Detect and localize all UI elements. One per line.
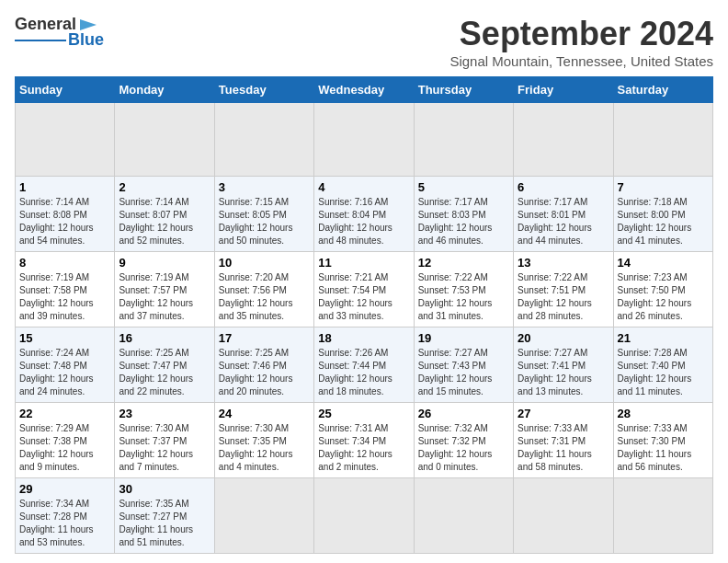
calendar-week-5: 22 Sunrise: 7:29 AM Sunset: 7:38 PM Dayl… (16, 403, 713, 478)
day-number: 13 (518, 256, 609, 270)
calendar-cell (514, 103, 613, 177)
calendar-cell: 22 Sunrise: 7:29 AM Sunset: 7:38 PM Dayl… (16, 403, 115, 478)
day-number: 27 (518, 407, 609, 420)
calendar-cell: 7 Sunrise: 7:18 AM Sunset: 8:00 PM Dayli… (613, 177, 712, 252)
day-info: Sunrise: 7:14 AM Sunset: 8:08 PM Dayligh… (19, 196, 110, 247)
calendar-cell: 13 Sunrise: 7:22 AM Sunset: 7:51 PM Dayl… (514, 252, 613, 327)
day-number: 3 (219, 180, 310, 194)
calendar-cell: 28 Sunrise: 7:33 AM Sunset: 7:30 PM Dayl… (613, 403, 712, 478)
calendar-cell (115, 103, 214, 177)
day-number: 11 (318, 256, 409, 270)
calendar-cell: 8 Sunrise: 7:19 AM Sunset: 7:58 PM Dayli… (16, 252, 115, 327)
calendar-cell: 21 Sunrise: 7:28 AM Sunset: 7:40 PM Dayl… (613, 327, 712, 403)
day-number: 17 (219, 331, 310, 345)
day-info: Sunrise: 7:31 AM Sunset: 7:34 PM Dayligh… (318, 422, 409, 474)
logo-blue: Blue (68, 30, 104, 50)
day-info: Sunrise: 7:22 AM Sunset: 7:51 PM Dayligh… (518, 271, 609, 323)
day-number: 28 (618, 407, 709, 420)
calendar-week-1 (16, 103, 713, 177)
day-number: 10 (219, 256, 310, 270)
day-info: Sunrise: 7:17 AM Sunset: 8:01 PM Dayligh… (518, 196, 609, 247)
logo: General Blue (15, 15, 104, 50)
calendar-cell: 1 Sunrise: 7:14 AM Sunset: 8:08 PM Dayli… (16, 177, 115, 252)
calendar-cell (214, 103, 313, 177)
day-info: Sunrise: 7:30 AM Sunset: 7:35 PM Dayligh… (219, 422, 310, 474)
calendar-cell: 15 Sunrise: 7:24 AM Sunset: 7:48 PM Dayl… (16, 327, 115, 403)
day-number: 20 (518, 331, 609, 345)
calendar-cell (314, 103, 414, 177)
calendar-cell: 12 Sunrise: 7:22 AM Sunset: 7:53 PM Dayl… (414, 252, 513, 327)
day-number: 2 (119, 180, 210, 194)
day-info: Sunrise: 7:15 AM Sunset: 8:05 PM Dayligh… (219, 196, 310, 247)
day-info: Sunrise: 7:26 AM Sunset: 7:44 PM Dayligh… (318, 347, 409, 398)
calendar-cell: 29 Sunrise: 7:34 AM Sunset: 7:28 PM Dayl… (16, 478, 115, 554)
header-day-wednesday: Wednesday (314, 77, 414, 103)
day-info: Sunrise: 7:25 AM Sunset: 7:46 PM Dayligh… (219, 347, 310, 398)
page-header: General Blue September 2024 Signal Mount… (15, 15, 713, 69)
calendar-cell: 16 Sunrise: 7:25 AM Sunset: 7:47 PM Dayl… (115, 327, 214, 403)
day-info: Sunrise: 7:29 AM Sunset: 7:38 PM Dayligh… (19, 422, 110, 474)
calendar-cell: 26 Sunrise: 7:32 AM Sunset: 7:32 PM Dayl… (414, 403, 513, 478)
day-number: 14 (618, 256, 709, 270)
day-info: Sunrise: 7:28 AM Sunset: 7:40 PM Dayligh… (618, 347, 709, 398)
month-title: September 2024 (449, 15, 713, 53)
calendar-week-4: 15 Sunrise: 7:24 AM Sunset: 7:48 PM Dayl… (16, 327, 713, 403)
header-day-sunday: Sunday (16, 77, 115, 103)
day-number: 1 (19, 180, 110, 194)
day-number: 23 (119, 407, 210, 420)
calendar-cell: 9 Sunrise: 7:19 AM Sunset: 7:57 PM Dayli… (115, 252, 214, 327)
day-number: 16 (119, 331, 210, 345)
day-number: 25 (318, 407, 409, 420)
day-number: 4 (318, 180, 409, 194)
calendar-cell (414, 103, 513, 177)
calendar-cell (16, 103, 115, 177)
day-number: 19 (418, 331, 509, 345)
calendar-cell: 4 Sunrise: 7:16 AM Sunset: 8:04 PM Dayli… (314, 177, 414, 252)
calendar-body: 1 Sunrise: 7:14 AM Sunset: 8:08 PM Dayli… (16, 103, 713, 554)
day-info: Sunrise: 7:33 AM Sunset: 7:30 PM Dayligh… (618, 422, 709, 474)
day-info: Sunrise: 7:27 AM Sunset: 7:43 PM Dayligh… (418, 347, 509, 398)
day-info: Sunrise: 7:34 AM Sunset: 7:28 PM Dayligh… (19, 498, 110, 549)
day-info: Sunrise: 7:18 AM Sunset: 8:00 PM Dayligh… (618, 196, 709, 247)
day-info: Sunrise: 7:22 AM Sunset: 7:53 PM Dayligh… (418, 271, 509, 323)
calendar-cell (613, 103, 712, 177)
day-info: Sunrise: 7:23 AM Sunset: 7:50 PM Dayligh… (618, 271, 709, 323)
day-number: 26 (418, 407, 509, 420)
calendar-cell: 19 Sunrise: 7:27 AM Sunset: 7:43 PM Dayl… (414, 327, 513, 403)
calendar-cell: 3 Sunrise: 7:15 AM Sunset: 8:05 PM Dayli… (214, 177, 313, 252)
day-info: Sunrise: 7:32 AM Sunset: 7:32 PM Dayligh… (418, 422, 509, 474)
day-number: 18 (318, 331, 409, 345)
calendar-cell: 18 Sunrise: 7:26 AM Sunset: 7:44 PM Dayl… (314, 327, 414, 403)
calendar-cell: 25 Sunrise: 7:31 AM Sunset: 7:34 PM Dayl… (314, 403, 414, 478)
day-number: 6 (518, 180, 609, 194)
day-number: 12 (418, 256, 509, 270)
calendar-cell: 27 Sunrise: 7:33 AM Sunset: 7:31 PM Dayl… (514, 403, 613, 478)
calendar-cell (314, 478, 414, 554)
subtitle: Signal Mountain, Tennessee, United State… (449, 53, 713, 69)
calendar-cell: 20 Sunrise: 7:27 AM Sunset: 7:41 PM Dayl… (514, 327, 613, 403)
svg-marker-0 (80, 19, 97, 30)
day-number: 29 (19, 482, 110, 496)
calendar-cell: 30 Sunrise: 7:35 AM Sunset: 7:27 PM Dayl… (115, 478, 214, 554)
day-number: 8 (19, 256, 110, 270)
calendar-week-2: 1 Sunrise: 7:14 AM Sunset: 8:08 PM Dayli… (16, 177, 713, 252)
calendar-cell: 24 Sunrise: 7:30 AM Sunset: 7:35 PM Dayl… (214, 403, 313, 478)
header-day-saturday: Saturday (613, 77, 712, 103)
day-info: Sunrise: 7:20 AM Sunset: 7:56 PM Dayligh… (219, 271, 310, 323)
calendar-cell (214, 478, 313, 554)
calendar-cell (514, 478, 613, 554)
day-info: Sunrise: 7:33 AM Sunset: 7:31 PM Dayligh… (518, 422, 609, 474)
calendar-cell: 5 Sunrise: 7:17 AM Sunset: 8:03 PM Dayli… (414, 177, 513, 252)
day-info: Sunrise: 7:30 AM Sunset: 7:37 PM Dayligh… (119, 422, 210, 474)
day-info: Sunrise: 7:17 AM Sunset: 8:03 PM Dayligh… (418, 196, 509, 247)
calendar-cell: 11 Sunrise: 7:21 AM Sunset: 7:54 PM Dayl… (314, 252, 414, 327)
day-info: Sunrise: 7:16 AM Sunset: 8:04 PM Dayligh… (318, 196, 409, 247)
day-number: 22 (19, 407, 110, 420)
calendar-cell: 10 Sunrise: 7:20 AM Sunset: 7:56 PM Dayl… (214, 252, 313, 327)
calendar-cell: 23 Sunrise: 7:30 AM Sunset: 7:37 PM Dayl… (115, 403, 214, 478)
calendar-cell: 14 Sunrise: 7:23 AM Sunset: 7:50 PM Dayl… (613, 252, 712, 327)
day-info: Sunrise: 7:14 AM Sunset: 8:07 PM Dayligh… (119, 196, 210, 247)
calendar-table: SundayMondayTuesdayWednesdayThursdayFrid… (15, 76, 713, 554)
calendar-cell (613, 478, 712, 554)
calendar-cell: 17 Sunrise: 7:25 AM Sunset: 7:46 PM Dayl… (214, 327, 313, 403)
